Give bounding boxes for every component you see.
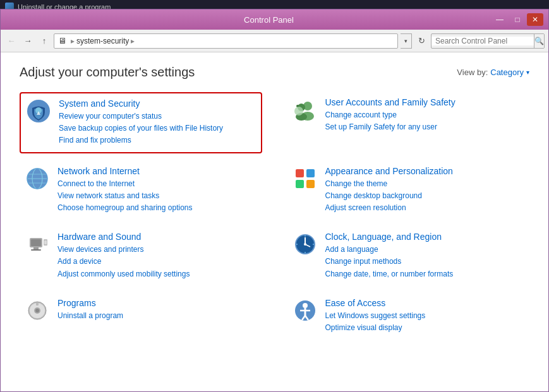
link-review-computer[interactable]: Review your computer's status bbox=[59, 110, 256, 122]
link-add-language[interactable]: Add a language bbox=[325, 244, 525, 256]
category-appearance[interactable]: Appearance and Personalization Change th… bbox=[287, 161, 530, 220]
icon-appearance bbox=[293, 166, 318, 191]
category-system-security[interactable]: System and Security Review your computer… bbox=[20, 92, 262, 153]
path-control-panel: system-security bbox=[76, 37, 129, 45]
window-controls: — □ ✕ bbox=[492, 13, 543, 26]
view-by-chevron[interactable]: ▾ bbox=[526, 69, 529, 76]
svg-rect-21 bbox=[31, 249, 41, 251]
category-name-ease-of-access[interactable]: Ease of Access bbox=[325, 298, 525, 308]
link-change-theme[interactable]: Change the theme bbox=[325, 178, 525, 190]
category-text-ease-of-access: Ease of Access Let Windows suggest setti… bbox=[325, 298, 525, 334]
link-uninstall-program[interactable]: Uninstall a program bbox=[57, 310, 257, 322]
search-box: 🔍 bbox=[431, 33, 545, 49]
search-button[interactable]: 🔍 bbox=[534, 33, 544, 49]
page-title: Adjust your computer's settings bbox=[20, 65, 195, 80]
svg-point-40 bbox=[303, 303, 308, 308]
svg-rect-37 bbox=[36, 302, 39, 306]
category-hardware-sound[interactable]: Hardware and Sound View devices and prin… bbox=[20, 227, 262, 285]
address-dropdown-btn[interactable]: ▾ bbox=[401, 33, 412, 49]
svg-rect-14 bbox=[296, 169, 304, 177]
link-screen-resolution[interactable]: Adjust screen resolution bbox=[325, 202, 525, 214]
category-text-clock-language: Clock, Language, and Region Add a langua… bbox=[325, 232, 525, 280]
icon-user-accounts bbox=[293, 97, 318, 122]
svg-rect-16 bbox=[296, 180, 304, 188]
svg-rect-15 bbox=[306, 169, 315, 177]
category-text-network-internet: Network and Internet Connect to the Inte… bbox=[57, 166, 257, 215]
refresh-button[interactable]: ↻ bbox=[414, 34, 428, 48]
category-name-appearance[interactable]: Appearance and Personalization bbox=[325, 166, 525, 176]
link-backup[interactable]: Save backup copies of your files with Fi… bbox=[59, 122, 256, 134]
window-title: Control Panel bbox=[46, 15, 492, 25]
icon-system-security bbox=[26, 98, 51, 124]
svg-point-28 bbox=[304, 243, 306, 246]
categories-grid: System and Security Review your computer… bbox=[20, 92, 529, 339]
category-text-user-accounts: User Accounts and Family Safety Change a… bbox=[325, 97, 525, 133]
link-desktop-bg[interactable]: Change desktop background bbox=[325, 190, 525, 202]
svg-rect-20 bbox=[33, 247, 39, 249]
view-by-control: View by: Category ▾ bbox=[457, 68, 529, 77]
content-header: Adjust your computer's settings View by:… bbox=[20, 65, 529, 80]
icon-ease-of-access bbox=[293, 298, 318, 323]
category-user-accounts[interactable]: User Accounts and Family Safety Change a… bbox=[287, 92, 530, 153]
link-homegroup[interactable]: Choose homegroup and sharing options bbox=[57, 202, 257, 214]
link-network-status[interactable]: View network status and tasks bbox=[57, 190, 257, 202]
link-connect-internet[interactable]: Connect to the Internet bbox=[57, 178, 257, 190]
category-text-appearance: Appearance and Personalization Change th… bbox=[325, 166, 525, 215]
category-name-network-internet[interactable]: Network and Internet bbox=[57, 166, 257, 176]
svg-rect-19 bbox=[31, 239, 41, 246]
path-separator-1: ▸ bbox=[71, 37, 75, 45]
category-name-clock-language[interactable]: Clock, Language, and Region bbox=[325, 232, 525, 242]
title-bar: Control Panel — □ ✕ bbox=[1, 9, 548, 30]
link-change-account[interactable]: Change account type bbox=[325, 109, 525, 121]
category-text-hardware-sound: Hardware and Sound View devices and prin… bbox=[57, 232, 257, 280]
up-button[interactable]: ↑ bbox=[37, 34, 51, 48]
svg-rect-23 bbox=[44, 241, 47, 244]
category-ease-of-access[interactable]: Ease of Access Let Windows suggest setti… bbox=[287, 293, 530, 339]
link-add-device[interactable]: Add a device bbox=[57, 256, 257, 268]
link-mobility-settings[interactable]: Adjust commonly used mobility settings bbox=[57, 268, 257, 280]
category-text-system-security: System and Security Review your computer… bbox=[59, 98, 256, 147]
category-name-programs[interactable]: Programs bbox=[57, 298, 257, 308]
link-optimize-visual[interactable]: Optimize visual display bbox=[325, 322, 525, 334]
search-input[interactable] bbox=[431, 37, 534, 45]
svg-rect-17 bbox=[306, 180, 315, 188]
maximize-button[interactable]: □ bbox=[509, 13, 526, 26]
link-devices-printers[interactable]: View devices and printers bbox=[57, 244, 257, 256]
category-name-hardware-sound[interactable]: Hardware and Sound bbox=[57, 232, 257, 242]
icon-network-internet bbox=[25, 166, 50, 191]
path-separator-2: ▸ bbox=[131, 37, 135, 45]
icon-programs bbox=[25, 298, 50, 323]
path-folder-icon: 🖥 bbox=[58, 36, 66, 45]
category-network-internet[interactable]: Network and Internet Connect to the Inte… bbox=[20, 161, 262, 220]
control-panel-window: Control Panel — □ ✕ ← → ↑ 🖥 ▸ system-sec… bbox=[0, 9, 549, 392]
svg-point-7 bbox=[294, 107, 303, 116]
minimize-button[interactable]: — bbox=[492, 13, 508, 26]
forward-button[interactable]: → bbox=[21, 34, 35, 48]
view-by-value[interactable]: Category bbox=[490, 68, 524, 77]
link-windows-suggest[interactable]: Let Windows suggest settings bbox=[325, 310, 525, 322]
address-path[interactable]: 🖥 ▸ system-security ▸ bbox=[54, 33, 398, 49]
icon-clock-language bbox=[293, 232, 318, 257]
link-fix-problems[interactable]: Find and fix problems bbox=[59, 134, 256, 146]
link-family-safety[interactable]: Set up Family Safety for any user bbox=[325, 121, 525, 133]
link-date-time[interactable]: Change date, time, or number formats bbox=[325, 268, 525, 280]
view-by-label: View by: bbox=[457, 68, 488, 77]
category-clock-language[interactable]: Clock, Language, and Region Add a langua… bbox=[287, 227, 530, 285]
link-input-methods[interactable]: Change input methods bbox=[325, 256, 525, 268]
category-programs[interactable]: Programs Uninstall a program bbox=[20, 293, 262, 339]
icon-hardware-sound bbox=[25, 232, 50, 257]
svg-point-36 bbox=[35, 309, 39, 312]
close-button[interactable]: ✕ bbox=[527, 13, 543, 26]
category-text-programs: Programs Uninstall a program bbox=[57, 298, 257, 322]
category-name-system-security[interactable]: System and Security bbox=[59, 98, 256, 109]
category-name-user-accounts[interactable]: User Accounts and Family Safety bbox=[325, 97, 525, 107]
back-button[interactable]: ← bbox=[4, 34, 18, 48]
content-area: Adjust your computer's settings View by:… bbox=[1, 52, 548, 391]
address-bar: ← → ↑ 🖥 ▸ system-security ▸ ▾ ↻ 🔍 bbox=[1, 30, 548, 52]
